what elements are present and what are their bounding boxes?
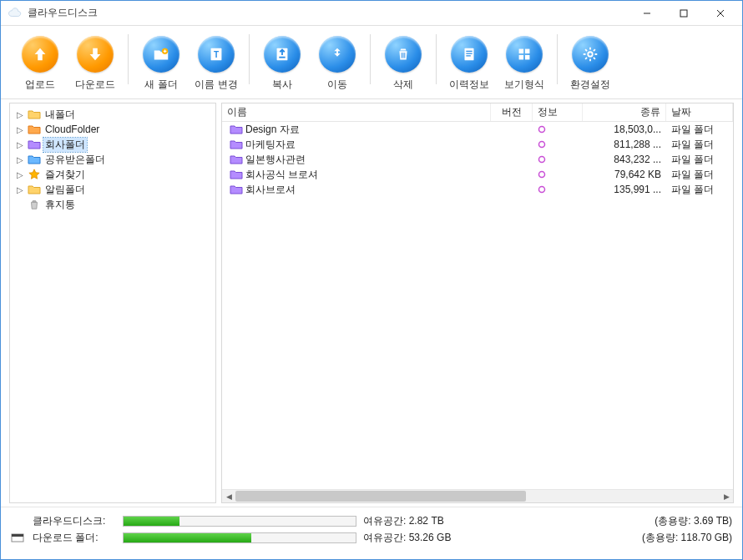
file-info [533,140,583,149]
file-row[interactable]: 마케팅자료811,288 ...파일 폴더 [222,137,733,152]
file-date: 파일 폴더 [666,138,733,152]
svg-rect-20 [12,534,23,537]
delete-button[interactable]: 삭제 [376,34,431,93]
file-name: 회사공식 브로셔 [245,168,318,182]
toolbar-separator [249,34,250,84]
download-button[interactable]: 다운로드 [68,34,123,93]
svg-rect-10 [525,49,530,54]
file-row[interactable]: 회사공식 브로셔79,642 KB파일 폴더 [222,167,733,182]
file-date: 파일 폴더 [666,123,733,137]
expand-icon[interactable]: ▷ [15,140,25,149]
column-version[interactable]: 버전 [491,103,533,121]
column-date[interactable]: 날짜 [666,103,733,121]
viewstyle-label: 보기형식 [504,78,544,92]
file-date: 파일 폴더 [666,183,733,197]
viewstyle-button[interactable]: 보기형식 [497,34,552,93]
scroll-right-icon[interactable]: ▶ [720,490,733,502]
status-cloud-row: 클라우드디스크: 여유공간: 2.82 TB (총용량: 3.69 TB) [11,512,732,529]
file-name: 마케팅자료 [245,138,296,152]
status-local-row: 다운로드 폴더: 여유공간: 53.26 GB (총용량: 118.70 GB) [11,529,732,546]
file-info [533,125,583,134]
toolbar-separator [557,34,558,84]
history-button[interactable]: 이력정보 [442,34,497,93]
file-date: 파일 폴더 [666,153,733,167]
scroll-thumb[interactable] [235,491,526,502]
disk-icon [11,532,26,543]
toolbar-separator [370,34,371,84]
folder-orange-icon [28,124,41,135]
minimize-button[interactable] [629,2,665,25]
column-info[interactable]: 정보 [533,103,583,121]
expand-icon[interactable] [15,200,25,209]
tree-item-label: 회사폴더 [43,138,87,152]
folder-tree[interactable]: ▷내폴더▷CloudFolder▷회사폴더▷공유받은폴더▷즐겨찾기▷알림폴더 휴… [9,103,216,503]
expand-icon[interactable]: ▷ [15,170,25,179]
tree-item[interactable]: ▷회사폴더 [12,137,214,152]
tree-item[interactable]: ▷알림폴더 [12,182,214,197]
file-list-body[interactable]: Design 자료18,503,0...파일 폴더마케팅자료811,288 ..… [222,122,733,489]
maximize-button[interactable] [665,2,702,25]
tree-item[interactable]: ▷즐겨찾기 [12,167,214,182]
file-row[interactable]: 일본행사관련843,232 ...파일 폴더 [222,152,733,167]
upload-button[interactable]: 업로드 [13,34,68,93]
settings-button[interactable]: 환경설정 [563,34,618,93]
file-size: 843,232 ... [583,154,666,165]
tree-item[interactable]: ▷CloudFolder [12,122,214,137]
folder-yellow-icon [28,108,41,120]
folder-purple-icon [28,139,41,150]
folder-purple-icon [230,139,243,150]
horizontal-scrollbar[interactable]: ◀ ▶ [222,489,733,502]
folder-blue-icon [28,154,41,165]
file-date: 파일 폴더 [666,168,733,182]
move-button[interactable]: 이동 [310,34,365,93]
file-size: 79,642 KB [583,169,666,180]
folder-purple-icon [230,124,243,135]
info-dot-icon [538,170,546,179]
main-area: ▷내폴더▷CloudFolder▷회사폴더▷공유받은폴더▷즐겨찾기▷알림폴더 휴… [1,99,742,507]
tree-item[interactable]: ▷공유받은폴더 [12,152,214,167]
expand-icon[interactable]: ▷ [15,185,25,194]
file-size: 18,503,0... [583,124,666,135]
svg-rect-8 [465,48,474,61]
newfolder-button[interactable]: 새 폴더 [134,34,189,93]
svg-point-18 [539,187,545,193]
svg-rect-12 [525,55,530,60]
tree-item-label: CloudFolder [43,124,101,135]
expand-icon[interactable]: ▷ [15,125,25,134]
column-size[interactable]: 종류 [583,103,666,121]
expand-icon[interactable]: ▷ [15,155,25,164]
svg-rect-1 [680,10,687,17]
tree-item[interactable]: ▷내폴더 [12,107,214,122]
tree-item-label: 휴지통 [43,198,77,212]
tree-item[interactable]: 휴지통 [12,197,214,212]
rename-button[interactable]: T 이름 변경 [189,34,244,93]
titlebar: 클라우드디스크 [1,1,742,26]
scroll-left-icon[interactable]: ◀ [222,490,235,502]
toolbar-separator [436,34,437,84]
close-button[interactable] [702,2,739,25]
scroll-track[interactable] [235,490,720,502]
cloud-total-text: (총용량: 3.69 TB) [478,514,732,528]
svg-point-14 [539,127,545,133]
svg-text:T: T [214,50,220,59]
file-row[interactable]: 회사브로셔135,991 ...파일 폴더 [222,182,733,197]
info-dot-icon [538,140,546,149]
info-dot-icon [538,155,546,164]
column-name[interactable]: 이름 [222,103,491,121]
expand-icon[interactable]: ▷ [15,110,25,119]
upload-label: 업로드 [25,78,55,92]
toolbar: 업로드 다운로드 새 폴더 T 이름 변경 복사 이동 삭제 이력정보 보기형식… [1,26,742,99]
local-status-label: 다운로드 폴더: [33,531,116,545]
folder-purple-icon [230,169,243,180]
copy-label: 복사 [272,78,292,92]
delete-label: 삭제 [393,78,413,92]
cloud-usage-fill [124,517,179,526]
folder-purple-icon [230,154,243,165]
cloud-icon [8,8,23,19]
file-info [533,170,583,179]
copy-button[interactable]: 복사 [255,34,310,93]
local-usage-fill [124,533,251,542]
file-size: 135,991 ... [583,184,666,195]
file-row[interactable]: Design 자료18,503,0...파일 폴더 [222,122,733,137]
file-name: 회사브로셔 [245,183,296,197]
